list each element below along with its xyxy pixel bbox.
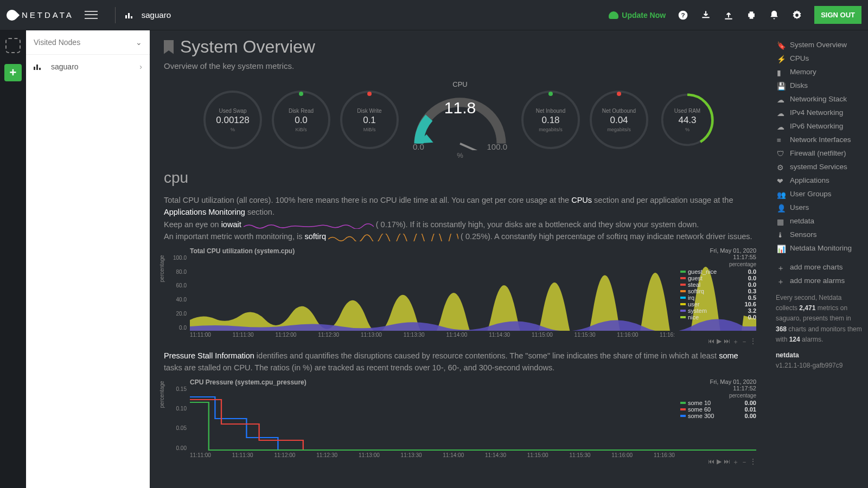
chart-plot[interactable] xyxy=(190,255,756,331)
status-dot-icon xyxy=(548,92,553,96)
rewind-icon[interactable]: ⏮ xyxy=(708,458,714,467)
rnav-network-interfaces[interactable]: ≡Network Interfaces xyxy=(776,133,863,146)
rnav-firewall-netfilter-[interactable]: 🛡Firewall (netfilter) xyxy=(776,146,863,160)
gauge-row: Used Swap 0.00128 % Disk Read 0.0 KiB/s … xyxy=(164,80,756,159)
nav-icon: 👥 xyxy=(777,190,784,198)
rnav-memory[interactable]: ▮Memory xyxy=(776,65,863,79)
footer-info: Every second, Netdata collects 2,471 met… xyxy=(776,293,863,345)
visited-nodes-header[interactable]: Visited Nodes ⌄ xyxy=(26,30,150,55)
legend-swatch-icon xyxy=(680,271,686,273)
plus-icon[interactable]: ＋ xyxy=(732,337,739,346)
cpu-section-title: cpu xyxy=(164,169,756,187)
rnav-sensors[interactable]: 🌡Sensors xyxy=(776,228,863,241)
legend-nice[interactable]: nice0.0 xyxy=(680,314,756,320)
fastfwd-icon[interactable]: ⏭ xyxy=(724,337,730,346)
rnav-users[interactable]: 👤Users xyxy=(776,201,863,214)
rnav-netdata-monitoring[interactable]: 📊Netdata Monitoring xyxy=(776,241,863,255)
x-axis: 11:11:0011:11:3011:12:0011:12:3011:13:00… xyxy=(190,332,675,338)
update-now-button[interactable]: Update Now xyxy=(609,11,666,20)
legend-guest[interactable]: guest0.0 xyxy=(680,275,756,281)
workspace-placeholder-icon[interactable] xyxy=(5,38,21,53)
gauge-disk-read[interactable]: Disk Read 0.0 KiB/s xyxy=(272,91,330,149)
rnav-systemd-services[interactable]: ⚙systemd Services xyxy=(776,160,863,174)
legend-swatch-icon xyxy=(680,415,686,417)
legend-irq[interactable]: irq0.5 xyxy=(680,294,756,301)
rnav-disks[interactable]: 💾Disks xyxy=(776,79,863,92)
link-cpus[interactable]: CPUs xyxy=(571,196,592,204)
ram-ring-icon xyxy=(660,93,714,147)
cloud-download-icon xyxy=(609,11,618,19)
minus-icon[interactable]: － xyxy=(741,458,748,467)
legend-some-10[interactable]: some 100.00 xyxy=(680,400,756,406)
add-more-charts[interactable]: ＋add more charts xyxy=(776,260,863,274)
minus-icon[interactable]: － xyxy=(741,337,748,346)
nav-icon: 👤 xyxy=(777,204,784,211)
legend-user[interactable]: user10.6 xyxy=(680,301,756,307)
hamburger-icon[interactable] xyxy=(85,10,98,21)
gauge-disk-write[interactable]: Disk Write 0.1 MiB/s xyxy=(340,91,399,149)
gauge-net-outbound[interactable]: Net Outbound 0.04 megabits/s xyxy=(590,91,648,149)
brand-logo[interactable]: NETDATA xyxy=(7,10,74,21)
legend-system[interactable]: system3.2 xyxy=(680,307,756,314)
bell-icon[interactable] xyxy=(769,10,780,21)
menu-dots-icon[interactable]: ⋮ xyxy=(750,458,756,467)
update-now-label: Update Now xyxy=(622,11,666,20)
download-icon[interactable] xyxy=(700,10,711,21)
rnav-networking-stack[interactable]: ☁Networking Stack xyxy=(776,92,863,106)
rnav-applications[interactable]: ❤Applications xyxy=(776,174,863,187)
chevron-right-icon: › xyxy=(139,62,142,71)
add-more-alarms[interactable]: ＋add more alarms xyxy=(776,274,863,287)
brand-text: NETDATA xyxy=(22,10,74,20)
softirq-sparkline-icon xyxy=(328,234,458,241)
chart-cpu-pressure[interactable]: CPU Pressure (system.cpu_pressure) perce… xyxy=(164,378,756,458)
gauge-cpu[interactable]: CPU 11.8 0.0100.0 % xyxy=(409,80,512,159)
rnav-system-overview[interactable]: 🔖System Overview xyxy=(776,38,863,52)
left-strip: + xyxy=(0,30,26,488)
help-icon[interactable]: ? xyxy=(678,10,688,21)
rnav-ipv4-networking[interactable]: ☁IPv4 Networking xyxy=(776,106,863,119)
legend-some-60[interactable]: some 600.01 xyxy=(680,406,756,413)
sidebar-node-saguaro[interactable]: saguaro › xyxy=(26,55,150,79)
link-psi[interactable]: Pressure Stall Information xyxy=(164,351,254,360)
current-node[interactable]: saguaro xyxy=(125,10,171,20)
nav-icon: ≡ xyxy=(777,136,784,144)
y-axis: percentage 0.150.100.050.00 xyxy=(164,386,190,451)
menu-dots-icon[interactable]: ⋮ xyxy=(750,337,756,346)
legend-some-300[interactable]: some 3000.00 xyxy=(680,413,756,419)
rnav-user-groups[interactable]: 👥User Groups xyxy=(776,187,863,201)
link-apps-monitoring[interactable]: Applications Monitoring xyxy=(164,208,245,216)
nav-icon: 📊 xyxy=(777,245,784,252)
rnav-ipv6-networking[interactable]: ☁IPv6 Networking xyxy=(776,119,863,133)
sign-out-button[interactable]: SIGN OUT xyxy=(814,6,861,24)
legend-steal[interactable]: steal0.0 xyxy=(680,281,756,288)
bars-icon xyxy=(125,12,135,18)
chart-plot[interactable] xyxy=(190,386,756,451)
play-icon[interactable]: ▶ xyxy=(717,337,722,346)
rnav-cpus[interactable]: ⚡CPUs xyxy=(776,52,863,65)
sidebar-node-label: saguaro xyxy=(51,62,79,71)
fastfwd-icon[interactable]: ⏭ xyxy=(724,458,730,467)
plus-icon[interactable]: ＋ xyxy=(732,458,739,467)
play-icon[interactable]: ▶ xyxy=(717,458,722,467)
legend-softirq[interactable]: softirq0.3 xyxy=(680,288,756,294)
legend-swatch-icon xyxy=(680,284,686,286)
add-workspace-button[interactable]: + xyxy=(4,64,22,81)
nav-icon: 🛡 xyxy=(777,150,784,157)
gear-icon[interactable] xyxy=(792,10,802,21)
legend-guest_nice[interactable]: guest_nice0.0 xyxy=(680,268,756,275)
rnav-netdata[interactable]: ▦netdata xyxy=(776,214,863,228)
gauge-used-ram[interactable]: Used RAM 44.3 % xyxy=(658,91,717,149)
upload-icon[interactable] xyxy=(723,10,734,21)
rewind-icon[interactable]: ⏮ xyxy=(708,337,714,346)
gauge-used-swap[interactable]: Used Swap 0.00128 % xyxy=(203,91,262,149)
page-title-text: System Overview xyxy=(180,37,315,57)
cpu-para-3: An important metric worth monitoring, is… xyxy=(164,230,756,242)
nav-icon: 🔖 xyxy=(777,41,784,49)
legend-swatch-icon xyxy=(680,290,686,292)
gauge-net-inbound[interactable]: Net Inbound 0.18 megabits/s xyxy=(521,91,580,149)
print-icon[interactable] xyxy=(746,10,757,21)
chart-legend: Fri, May 01, 2020 11:17:55 percentage gu… xyxy=(680,247,756,320)
footer-version: netdatav1.21.1-108-gafb997c9 xyxy=(776,350,863,371)
iowait-sparkline-icon xyxy=(244,221,374,229)
chart-system-cpu[interactable]: Total CPU utilization (system.cpu) perce… xyxy=(164,247,756,338)
